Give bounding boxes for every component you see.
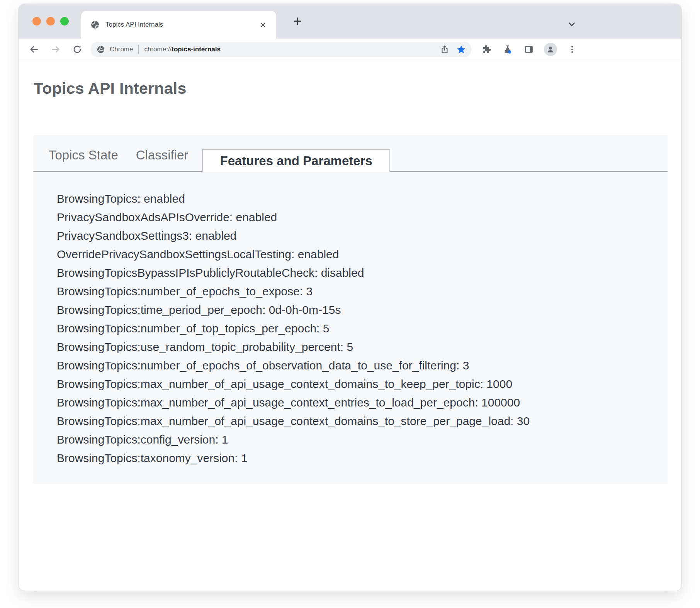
parameter-line: BrowsingTopics: enabled xyxy=(57,190,660,208)
extensions-button[interactable] xyxy=(480,43,493,56)
window-minimize-button[interactable] xyxy=(46,17,55,25)
omnibox-actions xyxy=(440,44,466,54)
parameter-line: BrowsingTopics:number_of_top_topics_per_… xyxy=(57,319,660,338)
address-bar[interactable]: Chrome chrome://topics-internals xyxy=(90,42,472,57)
side-panel-icon xyxy=(524,44,534,54)
parameter-line: BrowsingTopics:number_of_epochs_of_obser… xyxy=(57,356,660,375)
forward-button[interactable] xyxy=(49,43,62,56)
chrome-labs-button[interactable] xyxy=(501,43,514,56)
profile-avatar[interactable] xyxy=(544,43,557,56)
parameters-list: BrowsingTopics: enabledPrivacySandboxAds… xyxy=(33,172,668,467)
omnibox-separator xyxy=(138,45,139,54)
parameter-line: BrowsingTopics:config_version: 1 xyxy=(57,430,660,449)
page-tab-topics-state[interactable]: Topics State xyxy=(49,148,118,171)
parameter-line: BrowsingTopicsBypassIPIsPubliclyRoutable… xyxy=(57,264,660,282)
tab-panel: Topics StateClassifierFeatures and Param… xyxy=(33,135,668,484)
beaker-flask-icon xyxy=(502,44,513,55)
parameter-line: BrowsingTopics:max_number_of_api_usage_c… xyxy=(57,375,660,393)
url-scheme: chrome:// xyxy=(144,46,172,53)
page-content: Topics API Internals Topics StateClassif… xyxy=(19,60,681,591)
omnibox-chrome-label: Chrome xyxy=(110,46,133,53)
parameter-line: BrowsingTopics:max_number_of_api_usage_c… xyxy=(57,412,660,430)
back-arrow-icon xyxy=(29,44,39,54)
parameter-line: BrowsingTopics:max_number_of_api_usage_c… xyxy=(57,393,660,412)
reload-icon xyxy=(72,44,82,54)
plus-icon xyxy=(292,16,302,26)
share-icon xyxy=(440,45,449,54)
window-zoom-button[interactable] xyxy=(60,17,69,25)
parameter-line: BrowsingTopics:number_of_epochs_to_expos… xyxy=(57,282,660,301)
back-button[interactable] xyxy=(28,43,40,56)
kebab-menu-icon xyxy=(567,45,577,54)
parameter-line: BrowsingTopics:time_period_per_epoch: 0d… xyxy=(57,301,660,319)
parameter-line: BrowsingTopics:use_random_topic_probabil… xyxy=(57,338,660,356)
page-tab-classifier[interactable]: Classifier xyxy=(136,148,189,171)
side-panel-button[interactable] xyxy=(523,43,535,56)
toolbar-right-icons xyxy=(480,43,578,56)
share-button[interactable] xyxy=(440,45,449,54)
chrome-logo-icon xyxy=(97,45,105,54)
omnibox-url: chrome://topics-internals xyxy=(144,46,220,53)
page-tab-row: Topics StateClassifierFeatures and Param… xyxy=(33,135,668,172)
browser-menu-button[interactable] xyxy=(566,43,578,56)
star-filled-icon xyxy=(456,44,466,54)
window-controls xyxy=(32,17,69,25)
url-host: topics-internals xyxy=(172,46,221,53)
screenshot-root: Topics API Internals xyxy=(0,0,700,608)
new-tab-button[interactable] xyxy=(291,15,304,27)
person-icon xyxy=(546,45,555,54)
parameter-line: BrowsingTopics:taxonomy_version: 1 xyxy=(57,449,660,467)
chevron-down-icon xyxy=(567,19,577,29)
tab-close-icon[interactable] xyxy=(258,20,267,29)
puzzle-icon xyxy=(481,44,491,54)
tabstrip-chevron-button[interactable] xyxy=(566,18,578,30)
browser-tab[interactable]: Topics API Internals xyxy=(81,11,276,39)
page-tab-features-and-parameters[interactable]: Features and Parameters xyxy=(202,149,390,172)
forward-arrow-icon xyxy=(51,44,61,54)
tab-title: Topics API Internals xyxy=(105,21,163,29)
parameter-line: OverridePrivacySandboxSettingsLocalTesti… xyxy=(57,245,660,264)
globe-favicon-icon xyxy=(90,20,100,29)
browser-window: Topics API Internals xyxy=(19,4,681,591)
parameter-line: PrivacySandboxAdsAPIsOverride: enabled xyxy=(57,208,660,227)
browser-toolbar: Chrome chrome://topics-internals xyxy=(19,39,681,60)
bookmark-star-button[interactable] xyxy=(456,44,466,54)
reload-button[interactable] xyxy=(71,43,83,56)
window-close-button[interactable] xyxy=(32,17,41,25)
parameter-line: PrivacySandboxSettings3: enabled xyxy=(57,227,660,245)
tab-strip: Topics API Internals xyxy=(19,4,681,39)
page-title: Topics API Internals xyxy=(34,80,187,98)
